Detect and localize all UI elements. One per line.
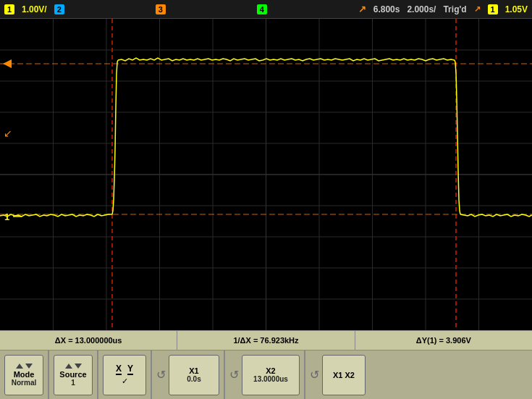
measurement-bar: ΔX = 13.000000us 1/ΔX = 76.923kHz ΔY(1) …	[0, 330, 532, 350]
time-position: 6.800s	[373, 4, 400, 14]
xy-group: X Y ✓	[98, 350, 152, 399]
x1x2-button[interactable]: X1 X2	[322, 355, 366, 395]
svg-text:↙: ↙	[4, 127, 12, 139]
x1x2-group: ↺ X1 X2	[305, 350, 370, 399]
top-bar: 1 1.00V/ 2 3 4 ↗ 6.800s 2.000s/ Trig'd ↗…	[0, 0, 532, 19]
x2-button[interactable]: X2 13.0000us	[242, 355, 300, 395]
ch2-indicator: 2	[54, 4, 64, 14]
xy-row: X Y	[116, 364, 133, 375]
ch3-indicator: 3	[156, 4, 166, 14]
source-button[interactable]: Source 1	[54, 355, 93, 395]
arrow-up-icon	[16, 364, 23, 369]
mode-label: Mode	[14, 370, 35, 379]
x-option: X	[116, 364, 122, 375]
source-arrow-down-icon	[75, 364, 82, 369]
trig-state: Trig'd	[443, 4, 466, 14]
x1-group: ↺ X1 0.0s	[152, 350, 225, 399]
time-div: 2.000s/	[407, 4, 436, 14]
source-label: Source	[59, 370, 86, 379]
y-label: Y	[127, 364, 133, 375]
scope-screen: 1 ↙	[0, 19, 532, 330]
delta-y-measurement: ΔY(1) = 3.906V	[355, 331, 532, 350]
source-group: Source 1	[49, 350, 98, 399]
mode-value: Normal	[12, 379, 36, 387]
x1-button[interactable]: X1 0.0s	[169, 355, 219, 395]
y-checkmark: ✓	[122, 377, 128, 386]
inv-delta-x-measurement: 1/ΔX = 76.923kHz	[177, 331, 355, 350]
x-label: X	[116, 364, 122, 375]
x1-label: X1	[189, 366, 198, 375]
source-arrow-up-icon	[65, 364, 72, 369]
ch1-trig-value: 1.05V	[505, 4, 528, 14]
mode-group: Mode Normal	[0, 350, 49, 399]
source-value: 1	[71, 379, 75, 387]
grid-svg: 1 ↙	[0, 19, 532, 330]
x1x2-undo-icon[interactable]: ↺	[310, 368, 319, 382]
arrow-down-icon	[25, 364, 33, 369]
ch4-indicator: 4	[257, 4, 267, 14]
xy-button[interactable]: X Y ✓	[103, 355, 146, 395]
x1-value: 0.0s	[187, 375, 200, 383]
x1-undo-icon[interactable]: ↺	[156, 368, 166, 382]
x1x2-label: X1 X2	[333, 371, 355, 379]
x2-label: X2	[266, 366, 275, 375]
trig-edge-icon: ↗	[474, 4, 481, 14]
delta-x-measurement: ΔX = 13.000000us	[0, 331, 177, 350]
x2-value: 13.0000us	[253, 375, 288, 383]
x2-group: ↺ X2 13.0000us	[225, 350, 305, 399]
trigger-arrow-top: ↗	[358, 4, 366, 14]
mode-button[interactable]: Mode Normal	[4, 355, 43, 395]
ch1-indicator: 1	[4, 4, 14, 14]
control-bar: Mode Normal Source 1 X Y ✓	[0, 350, 532, 399]
ch1-trig-indicator: 1	[488, 4, 498, 14]
ch1-scale: 1.00V/	[22, 4, 47, 14]
x2-undo-icon[interactable]: ↺	[229, 368, 239, 382]
y-option: Y	[127, 364, 133, 375]
